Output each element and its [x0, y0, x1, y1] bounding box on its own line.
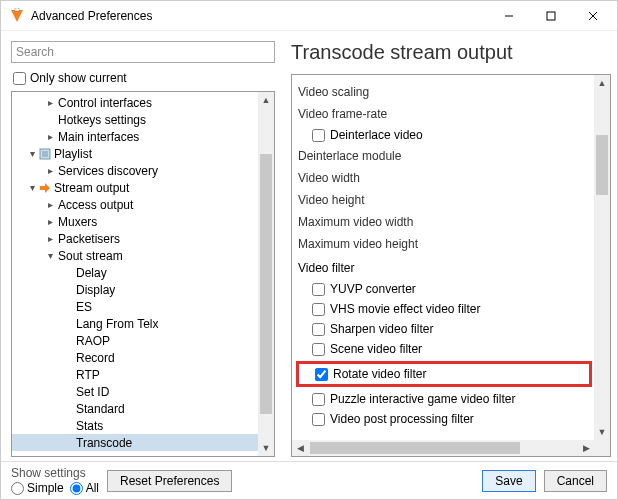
- panel-scrollbar-v[interactable]: ▲ ▼: [594, 75, 610, 456]
- option-label: Video frame-rate: [296, 103, 592, 125]
- footer: Show settings Simple All Reset Preferenc…: [1, 461, 617, 499]
- option-checkbox-row[interactable]: Video post processing filter: [296, 409, 592, 429]
- option-label: Maximum video width: [296, 211, 592, 233]
- tree-item-label: Packetisers: [56, 232, 120, 246]
- preferences-tree[interactable]: ▸Control interfacesHotkeys settings▸Main…: [12, 92, 274, 456]
- options-panel: Video scalingVideo frame-rateDeinterlace…: [292, 75, 610, 456]
- tree-item[interactable]: Delay: [12, 264, 274, 281]
- search-input[interactable]: Search: [11, 41, 275, 63]
- chevron-right-icon: ▸: [44, 131, 56, 142]
- tree-item-label: Transcode: [74, 436, 132, 450]
- tree-item[interactable]: ▾Playlist: [12, 145, 274, 162]
- chevron-right-icon: ▸: [44, 165, 56, 176]
- tree-item[interactable]: Stats: [12, 417, 274, 434]
- stream-icon: [38, 182, 52, 194]
- option-checkbox-row[interactable]: VHS movie effect video filter: [296, 299, 592, 319]
- tree-item-label: Stream output: [52, 181, 129, 195]
- option-checkbox-row[interactable]: Rotate video filter: [299, 364, 589, 384]
- tree-item[interactable]: Standard: [12, 400, 274, 417]
- chevron-right-icon: ▸: [44, 233, 56, 244]
- tree-item-label: Display: [74, 283, 115, 297]
- option-checkbox[interactable]: [312, 303, 325, 316]
- chevron-right-icon: ▸: [44, 199, 56, 210]
- tree-item-label: RTP: [74, 368, 100, 382]
- cancel-button[interactable]: Cancel: [544, 470, 607, 492]
- app-icon: [9, 8, 25, 24]
- tree-item-label: Stats: [74, 419, 103, 433]
- option-checkbox-label: Video post processing filter: [330, 412, 474, 426]
- tree-item[interactable]: Transcode: [12, 434, 274, 451]
- panel-scrollbar-h[interactable]: ◀ ▶: [292, 440, 594, 456]
- chevron-down-icon: ▾: [26, 148, 38, 159]
- radio-all[interactable]: All: [70, 481, 99, 495]
- tree-item-label: Playlist: [52, 147, 92, 161]
- save-button[interactable]: Save: [482, 470, 535, 492]
- option-label: Deinterlace module: [296, 145, 592, 167]
- option-checkbox[interactable]: [312, 323, 325, 336]
- tree-item[interactable]: ▸Muxers: [12, 213, 274, 230]
- tree-item-label: ES: [74, 300, 92, 314]
- svg-marker-10: [40, 183, 50, 193]
- maximize-button[interactable]: [533, 1, 575, 31]
- option-label: Video height: [296, 189, 592, 211]
- tree-item[interactable]: ES: [12, 298, 274, 315]
- titlebar: Advanced Preferences: [1, 1, 617, 31]
- tree-item-label: Sout stream: [56, 249, 123, 263]
- tree-item[interactable]: ▸Main interfaces: [12, 128, 274, 145]
- option-checkbox[interactable]: [312, 283, 325, 296]
- option-checkbox-row[interactable]: Scene video filter: [296, 339, 592, 359]
- option-checkbox-label: Rotate video filter: [333, 367, 426, 381]
- tree-item[interactable]: Record: [12, 349, 274, 366]
- option-label: Maximum video height: [296, 233, 592, 255]
- reset-preferences-button[interactable]: Reset Preferences: [107, 470, 232, 492]
- tree-item-label: Services discovery: [56, 164, 158, 178]
- tree-item-label: Record: [74, 351, 115, 365]
- tree-item[interactable]: ▾Sout stream: [12, 247, 274, 264]
- option-checkbox-row[interactable]: Puzzle interactive game video filter: [296, 389, 592, 409]
- chevron-right-icon: ▸: [44, 216, 56, 227]
- tree-item-label: RAOP: [74, 334, 110, 348]
- tree-item[interactable]: Set ID: [12, 383, 274, 400]
- tree-item[interactable]: ▸Control interfaces: [12, 94, 274, 111]
- option-checkbox-label: Scene video filter: [330, 342, 422, 356]
- tree-item[interactable]: ▾Stream output: [12, 179, 274, 196]
- tree-item[interactable]: Hotkeys settings: [12, 111, 274, 128]
- option-checkbox-row[interactable]: Sharpen video filter: [296, 319, 592, 339]
- playlist-icon: [38, 148, 52, 160]
- tree-item[interactable]: ▸Services discovery: [12, 162, 274, 179]
- option-group-label: Video filter: [296, 257, 592, 279]
- show-settings-label: Show settings: [11, 466, 99, 480]
- minimize-button[interactable]: [491, 1, 533, 31]
- tree-item-label: Access output: [56, 198, 133, 212]
- svg-rect-3: [547, 12, 555, 20]
- tree-item[interactable]: RTP: [12, 366, 274, 383]
- chevron-right-icon: ▸: [44, 97, 56, 108]
- option-checkbox-label: VHS movie effect video filter: [330, 302, 481, 316]
- option-checkbox[interactable]: [312, 413, 325, 426]
- tree-item-label: Hotkeys settings: [56, 113, 146, 127]
- tree-scrollbar-v[interactable]: ▲ ▼: [258, 92, 274, 456]
- tree-item[interactable]: Display: [12, 281, 274, 298]
- tree-item-label: Control interfaces: [56, 96, 152, 110]
- tree-item-label: Lang From Telx: [74, 317, 158, 331]
- radio-simple[interactable]: Simple: [11, 481, 64, 495]
- close-button[interactable]: [575, 1, 617, 31]
- option-checkbox-row[interactable]: Deinterlace video: [296, 125, 592, 145]
- option-checkbox-row[interactable]: YUVP converter: [296, 279, 592, 299]
- option-checkbox[interactable]: [312, 129, 325, 142]
- only-show-current-label: Only show current: [30, 71, 127, 85]
- option-label: Video scaling: [296, 81, 592, 103]
- tree-item[interactable]: ▸Access output: [12, 196, 274, 213]
- tree-item[interactable]: ▸Packetisers: [12, 230, 274, 247]
- only-show-current-checkbox[interactable]: [13, 72, 26, 85]
- tree-item[interactable]: Lang From Telx: [12, 315, 274, 332]
- option-checkbox[interactable]: [312, 393, 325, 406]
- tree-item[interactable]: RAOP: [12, 332, 274, 349]
- chevron-down-icon: ▾: [26, 182, 38, 193]
- tree-item-label: Main interfaces: [56, 130, 139, 144]
- option-label: Video width: [296, 167, 592, 189]
- option-checkbox-label: Puzzle interactive game video filter: [330, 392, 515, 406]
- option-checkbox[interactable]: [312, 343, 325, 356]
- option-checkbox[interactable]: [315, 368, 328, 381]
- panel-title: Transcode stream output: [291, 41, 611, 64]
